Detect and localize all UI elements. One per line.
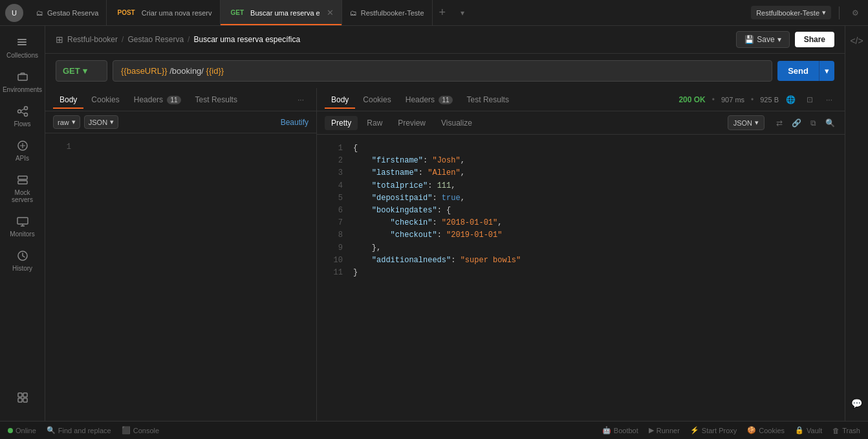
tab-test-results[interactable]: Test Results bbox=[189, 91, 244, 108]
runner-icon: ▶ bbox=[649, 426, 654, 434]
sidebar-item-collections[interactable]: Collections bbox=[3, 31, 42, 64]
tab-close-icon[interactable]: ✕ bbox=[327, 8, 334, 17]
runner-button[interactable]: ▶ Runner bbox=[649, 426, 680, 434]
code-content: "checkin": "2018-01-01", bbox=[353, 217, 834, 229]
trash-button[interactable]: 🗑 Trash bbox=[832, 426, 860, 434]
breadcrumb-actions: 💾 Save ▾ Share bbox=[736, 31, 834, 48]
url-var-base: {{baseURL}} bbox=[121, 66, 168, 76]
start-proxy-label: Start Proxy bbox=[702, 427, 737, 434]
tab-cookies[interactable]: Cookies bbox=[85, 91, 125, 108]
online-label: Online bbox=[16, 427, 36, 434]
breadcrumb-part-2[interactable]: Gestao Reserva bbox=[127, 35, 184, 44]
tab-body[interactable]: Body bbox=[53, 91, 83, 108]
history-icon bbox=[16, 249, 29, 262]
sidebar-item-label: APIs bbox=[16, 155, 29, 162]
raw-select[interactable]: raw ▾ bbox=[53, 115, 80, 129]
response-time: 907 ms bbox=[721, 96, 744, 104]
json-label: JSON bbox=[89, 118, 107, 126]
share-button[interactable]: Share bbox=[795, 32, 834, 47]
cookies-button[interactable]: 🍪 Cookies bbox=[747, 426, 785, 434]
tabs-dropdown-icon[interactable]: ▾ bbox=[455, 5, 470, 21]
tab-response-headers[interactable]: Headers 11 bbox=[399, 91, 459, 108]
console-button[interactable]: ⬛ Console bbox=[122, 426, 159, 434]
tab-gestao[interactable]: 🗂 Gestao Reserva bbox=[28, 0, 107, 25]
save-button[interactable]: 💾 Save ▾ bbox=[736, 31, 789, 48]
start-proxy-button[interactable]: ⚡ Start Proxy bbox=[690, 426, 737, 434]
tab-response-cookies[interactable]: Cookies bbox=[356, 91, 397, 108]
tab-response-body[interactable]: Body bbox=[325, 91, 355, 108]
line-number: 5 bbox=[327, 192, 343, 205]
tab-criar[interactable]: POST Criar uma nova reserv bbox=[107, 0, 220, 25]
sub-tab-visualize[interactable]: Visualize bbox=[435, 116, 479, 130]
code-line-7: 7 "checkin": "2018-01-01", bbox=[327, 217, 834, 229]
tab-buscar[interactable]: GET Buscar uma reserva e ✕ bbox=[221, 0, 342, 25]
find-replace-button[interactable]: 🔍 Find and replace bbox=[47, 426, 111, 434]
wrap-icon[interactable]: ⇄ bbox=[772, 116, 787, 130]
sub-tab-preview[interactable]: Preview bbox=[391, 116, 432, 130]
globe-icon[interactable]: 🌐 bbox=[783, 92, 798, 107]
response-body-code: 1 { 2 "firstname": "Josh", 3 "lastname":… bbox=[317, 135, 845, 421]
tab-headers[interactable]: Headers 11 bbox=[127, 91, 188, 108]
line-number: 8 bbox=[327, 229, 343, 242]
monitors-icon bbox=[16, 215, 29, 228]
import-icon bbox=[16, 391, 29, 404]
breadcrumb-part-1[interactable]: Restful-booker bbox=[67, 35, 118, 44]
sidebar-item-apis[interactable]: APIs bbox=[3, 134, 42, 167]
copy-icon[interactable]: ⧉ bbox=[806, 116, 820, 130]
line-number: 4 bbox=[327, 180, 343, 192]
code-line-1: 1 { bbox=[327, 142, 834, 155]
response-size: 925 B bbox=[760, 96, 779, 104]
more-options-icon[interactable]: ··· bbox=[293, 92, 309, 107]
user-avatar[interactable]: U bbox=[5, 4, 23, 22]
send-dropdown-button[interactable]: ▾ bbox=[819, 61, 834, 81]
svg-rect-12 bbox=[17, 218, 28, 224]
code-line-2: 2 "firstname": "Josh", bbox=[327, 155, 834, 167]
code-line-9: 9 }, bbox=[327, 242, 834, 254]
sidebar-item-label: Collections bbox=[6, 52, 38, 59]
line-number: 2 bbox=[327, 155, 343, 167]
sidebar-item-environments[interactable]: Environments bbox=[3, 65, 42, 98]
sub-tab-pretty[interactable]: Pretty bbox=[325, 116, 358, 130]
sidebar-item-monitors[interactable]: Monitors bbox=[3, 210, 42, 243]
method-select[interactable]: GET ▾ bbox=[56, 60, 107, 82]
right-panel-icon-2[interactable]: 💬 bbox=[847, 394, 867, 413]
find-replace-label: Find and replace bbox=[58, 427, 111, 434]
mock-servers-icon bbox=[16, 174, 29, 186]
line-number: 9 bbox=[327, 242, 343, 254]
sidebar-item-history[interactable]: History bbox=[3, 244, 42, 277]
tab-restful[interactable]: 🗂 Restfulbooker-Teste bbox=[342, 0, 433, 25]
bootbot-button[interactable]: 🤖 Bootbot bbox=[602, 426, 638, 434]
view-icon[interactable]: ⊡ bbox=[802, 92, 818, 107]
beautify-button[interactable]: Beautify bbox=[281, 118, 309, 127]
search-icon[interactable]: 🔍 bbox=[823, 116, 837, 130]
collection-icon: 🗂 bbox=[350, 9, 357, 17]
add-tab-button[interactable]: + bbox=[433, 0, 453, 25]
url-bar: GET ▾ {{baseURL}} /booking/ {{id}} Send … bbox=[45, 54, 845, 88]
sidebar-item-mock-servers[interactable]: Mock servers bbox=[3, 168, 42, 208]
vault-button[interactable]: 🔒 Vault bbox=[795, 426, 822, 434]
svg-point-5 bbox=[24, 107, 27, 110]
breadcrumb-icon: ⊞ bbox=[56, 34, 63, 45]
sidebar-item-import[interactable] bbox=[3, 386, 42, 409]
collections-icon bbox=[16, 36, 29, 49]
send-button[interactable]: Send bbox=[777, 61, 819, 81]
tab-response-test-results[interactable]: Test Results bbox=[461, 91, 515, 108]
more-options-icon[interactable]: ··· bbox=[821, 92, 837, 107]
json-type-select[interactable]: JSON ▾ bbox=[84, 115, 118, 129]
code-content: { bbox=[353, 142, 834, 155]
url-input[interactable]: {{baseURL}} /booking/ {{id}} bbox=[113, 60, 772, 82]
code-content: "depositpaid": true, bbox=[353, 192, 834, 205]
json-format-select[interactable]: JSON ▾ bbox=[728, 115, 765, 130]
sub-tab-raw[interactable]: Raw bbox=[360, 116, 389, 130]
right-panel-icon-1[interactable]: </> bbox=[847, 31, 867, 51]
method-chevron-icon: ▾ bbox=[83, 66, 87, 76]
settings-icon[interactable]: ⚙ bbox=[847, 5, 863, 21]
link-icon[interactable]: 🔗 bbox=[789, 116, 803, 130]
breadcrumb-current: Buscar uma reserva específica bbox=[193, 35, 300, 44]
body-controls: raw ▾ JSON ▾ Beautify bbox=[45, 111, 316, 133]
svg-rect-10 bbox=[18, 176, 27, 179]
tabs-area: 🗂 Gestao Reserva POST Criar uma nova res… bbox=[28, 0, 751, 25]
workspace-selector[interactable]: Restfulbooker-Teste ▾ bbox=[751, 6, 831, 19]
sidebar-item-flows[interactable]: Flows bbox=[3, 100, 42, 133]
sidebar-item-label: Mock servers bbox=[6, 189, 39, 203]
